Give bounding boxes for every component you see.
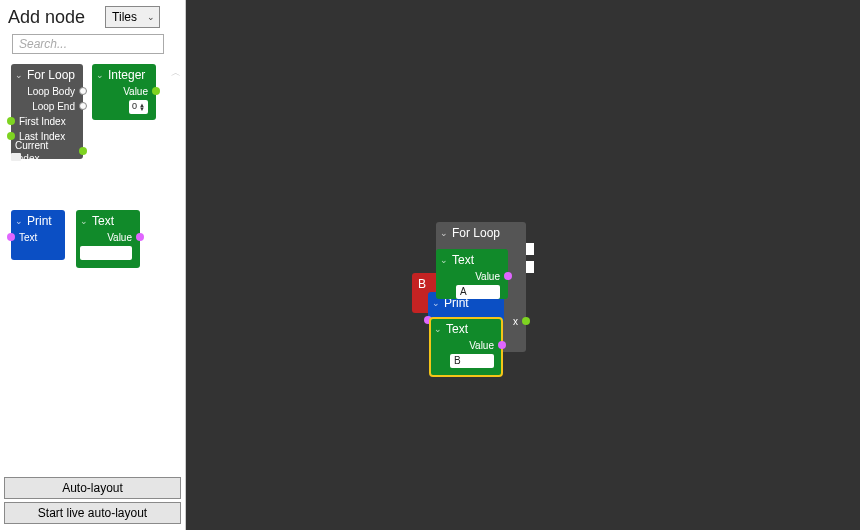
node-title: For Loop	[27, 68, 75, 82]
int-in-port[interactable]	[7, 117, 15, 125]
int-out-port[interactable]	[522, 317, 530, 325]
integer-value: 0	[132, 100, 137, 113]
text-out-port[interactable]	[498, 341, 506, 349]
auto-layout-button[interactable]: Auto-layout	[4, 477, 181, 499]
port-label: Current Index	[15, 139, 75, 165]
text-value-input[interactable]	[80, 246, 132, 260]
view-mode-dropdown[interactable]: Tiles ⌄	[105, 6, 160, 28]
chevron-down-icon: ⌄	[80, 216, 88, 226]
node-title-partial: B	[418, 277, 426, 291]
integer-value-input[interactable]: 0 ▲▼	[129, 100, 148, 114]
canvas-node-text-b-selected[interactable]: ⌄ Text Value	[430, 318, 502, 376]
search-wrap	[0, 32, 185, 62]
int-out-port[interactable]	[79, 147, 87, 155]
palette-node-integer[interactable]: ⌄ Integer Value 0 ▲▼	[92, 64, 156, 120]
exec-out-port[interactable]	[79, 102, 87, 110]
port-label-partial: x	[513, 315, 518, 328]
sidebar-header: Add node Tiles ⌄	[0, 0, 185, 32]
exec-out-port[interactable]	[526, 261, 534, 273]
graph-canvas[interactable]: B ⌄ For Loop x ⌄ Print ⌄ Text Value ⌄ Te…	[186, 0, 860, 530]
palette-node-for-loop[interactable]: ⌄ For Loop Loop Body Loop End First Inde…	[11, 64, 83, 159]
node-title: Text	[92, 214, 114, 228]
chevron-down-icon: ⌄	[440, 255, 448, 265]
chevron-down-icon: ⌄	[432, 298, 440, 308]
int-in-port[interactable]	[7, 132, 15, 140]
scroll-up-icon[interactable]: ︿	[171, 66, 181, 80]
port-label: Value	[107, 231, 132, 244]
sidebar: Add node Tiles ⌄ ︿ ⌄ For Loop Loop Body …	[0, 0, 186, 530]
chevron-down-icon: ⌄	[434, 324, 442, 334]
search-input[interactable]	[12, 34, 164, 54]
port-label: Text	[19, 231, 37, 244]
chevron-down-icon: ⌄	[440, 228, 448, 238]
exec-out-port[interactable]	[526, 243, 534, 255]
node-title: For Loop	[452, 226, 500, 240]
text-out-port[interactable]	[136, 233, 144, 241]
spinner-icon[interactable]: ▲▼	[139, 103, 145, 111]
chevron-down-icon: ⌄	[15, 70, 23, 80]
start-live-auto-layout-button[interactable]: Start live auto-layout	[4, 502, 181, 524]
chevron-down-icon: ⌄	[96, 70, 104, 80]
palette-node-print[interactable]: ⌄ Print Text	[11, 210, 65, 260]
node-title: Print	[27, 214, 52, 228]
text-in-port[interactable]	[7, 233, 15, 241]
chevron-down-icon: ⌄	[15, 216, 23, 226]
palette-node-text[interactable]: ⌄ Text Value	[76, 210, 140, 268]
port-label: Value	[475, 270, 500, 283]
add-node-title: Add node	[8, 7, 85, 28]
port-label: First Index	[19, 115, 66, 128]
port-label: Loop Body	[27, 85, 75, 98]
node-title: Integer	[108, 68, 145, 82]
node-title: Text	[452, 253, 474, 267]
port-label: Value	[123, 85, 148, 98]
sidebar-footer: Auto-layout Start live auto-layout	[0, 475, 185, 530]
text-value-input[interactable]	[456, 285, 500, 299]
node-palette: ︿ ⌄ For Loop Loop Body Loop End First In…	[0, 62, 185, 475]
text-value-input[interactable]	[450, 354, 494, 368]
view-mode-label: Tiles	[112, 10, 137, 24]
canvas-node-text-a[interactable]: ⌄ Text Value	[436, 249, 508, 299]
exec-out-port[interactable]	[79, 87, 87, 95]
text-out-port[interactable]	[504, 272, 512, 280]
port-label: Value	[469, 339, 494, 352]
int-out-port[interactable]	[152, 87, 160, 95]
resize-handle-icon[interactable]	[11, 153, 21, 161]
node-title: Text	[446, 322, 468, 336]
chevron-down-icon: ⌄	[147, 12, 155, 22]
port-label: Loop End	[32, 100, 75, 113]
